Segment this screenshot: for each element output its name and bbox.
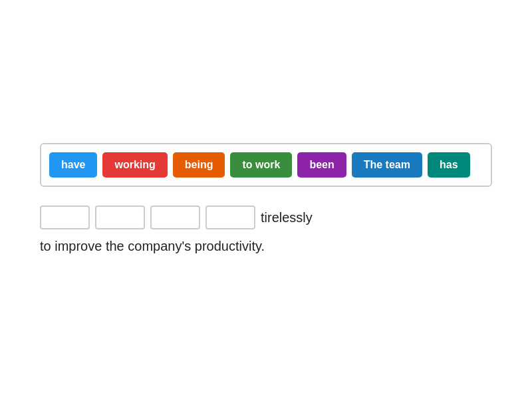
word-tile-have[interactable]: have [49,152,97,178]
drop-box-3[interactable] [150,205,200,229]
answer-area: tirelessly [40,205,492,229]
word-tile-the-team[interactable]: The team [352,152,422,178]
drop-box-1[interactable] [40,205,90,229]
word-tile-has[interactable]: has [428,152,470,178]
word-tile-been[interactable]: been [297,152,346,178]
sentence-continuation: to improve the company's productivity. [40,236,492,256]
word-bank: haveworkingbeingto workbeenThe teamhas [40,143,492,187]
main-container: haveworkingbeingto workbeenThe teamhas t… [27,130,505,269]
drop-box-4[interactable] [205,205,255,229]
word-tile-to-work[interactable]: to work [230,152,292,178]
word-tile-being[interactable]: being [173,152,225,178]
drop-box-2[interactable] [95,205,145,229]
suffix-text: tirelessly [261,210,313,225]
word-tile-working[interactable]: working [102,152,167,178]
